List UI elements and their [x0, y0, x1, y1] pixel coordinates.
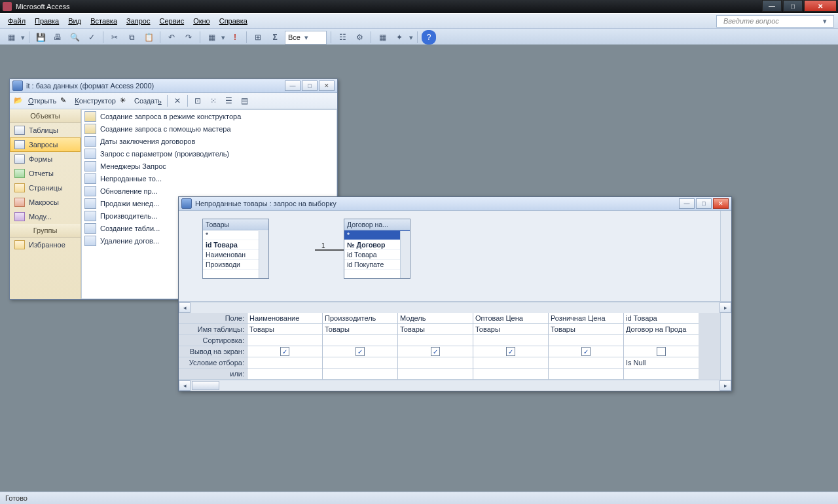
- querytype-button[interactable]: ▦: [204, 30, 219, 45]
- query-diagram-pane[interactable]: Товары * id Товара Наименован Производи …: [179, 211, 731, 302]
- scroll-right-icon[interactable]: ▸: [720, 302, 731, 313]
- showtable-button[interactable]: ⊞: [251, 30, 265, 45]
- grid-column[interactable]: ПроизводительТовары✓: [322, 313, 397, 380]
- delete-button[interactable]: ✕: [170, 94, 185, 108]
- grid-column[interactable]: НаименованиеТовары✓: [247, 313, 322, 380]
- redo-button[interactable]: ↷: [181, 30, 196, 45]
- grid-cell[interactable]: Товары: [398, 324, 473, 335]
- grid-cell[interactable]: Is Null: [624, 357, 699, 369]
- scrollbar-vertical[interactable]: [720, 313, 731, 380]
- grid-cell[interactable]: id Товара: [624, 313, 699, 324]
- grid-column[interactable]: Розничная ЦенаТовары✓: [548, 313, 623, 380]
- grid-cell[interactable]: [323, 357, 397, 369]
- maximize-button[interactable]: □: [783, 0, 803, 12]
- undo-button[interactable]: ↶: [164, 30, 179, 45]
- query-design-window[interactable]: Непроданные товары : запрос на выборку —…: [178, 196, 732, 391]
- grid-cell[interactable]: [549, 369, 623, 380]
- show-checkbox[interactable]: ✓: [398, 346, 473, 357]
- grid-column[interactable]: id ТовараДоговор на ПродаIs Null: [623, 313, 699, 380]
- show-checkbox[interactable]: ✓: [247, 346, 322, 357]
- table-dogovor[interactable]: Договор на... * № Договор id Товара id П…: [344, 219, 410, 279]
- show-checkbox[interactable]: ✓: [473, 346, 548, 357]
- list-item[interactable]: Даты заключения договоров: [82, 135, 337, 147]
- help-button[interactable]: ?: [422, 30, 436, 45]
- grid-scrollbar-h[interactable]: ◂ ▸: [179, 380, 731, 391]
- nav-tables[interactable]: Таблицы: [10, 123, 81, 137]
- menu-help[interactable]: Справка: [215, 16, 251, 26]
- table-header[interactable]: Договор на...: [344, 219, 410, 230]
- design-button[interactable]: Конструктор: [72, 96, 118, 106]
- ask-a-question-input[interactable]: Введите вопрос ▾: [716, 15, 834, 27]
- dbwin-minimize[interactable]: —: [285, 81, 301, 91]
- show-checkbox[interactable]: ✓: [323, 346, 397, 357]
- list-item[interactable]: Менеджеры Запрос: [82, 160, 337, 172]
- list-button[interactable]: ☰: [222, 94, 236, 108]
- cut-button[interactable]: ✂: [107, 30, 122, 45]
- grid-cell[interactable]: Розничная Цена: [549, 313, 623, 324]
- table-tovary[interactable]: Товары * id Товара Наименован Производи: [202, 219, 269, 279]
- build-button[interactable]: ⚙: [352, 30, 367, 45]
- nav-pages[interactable]: Страницы: [10, 181, 81, 195]
- copy-button[interactable]: ⧉: [124, 30, 139, 45]
- list-item[interactable]: Создание запроса в режиме конструктора: [82, 110, 337, 122]
- grid-column[interactable]: Оптовая ЦенаТовары✓: [473, 313, 548, 380]
- menu-file[interactable]: Файл: [4, 16, 29, 26]
- scroll-left-icon[interactable]: ◂: [179, 302, 191, 313]
- grid-cell[interactable]: [473, 335, 548, 346]
- show-checkbox[interactable]: [624, 346, 699, 357]
- smallicons-button[interactable]: ⁙: [206, 94, 221, 108]
- grid-cell[interactable]: Товары: [247, 324, 322, 335]
- preview-button[interactable]: 🔍: [67, 30, 82, 45]
- diagram-scrollbar-h[interactable]: ◂ ▸: [179, 302, 731, 313]
- grid-cell[interactable]: [247, 369, 322, 380]
- totals-button[interactable]: Σ: [268, 30, 282, 45]
- newobj-button[interactable]: ✦: [392, 30, 407, 45]
- list-item[interactable]: Запрос с параметром (производитель): [82, 147, 337, 160]
- qbe-grid[interactable]: Поле:Имя таблицы:Сортировка:Вывод на экр…: [179, 313, 731, 380]
- grid-cell[interactable]: [323, 335, 397, 346]
- nav-favorites[interactable]: Избранное: [10, 238, 81, 252]
- menu-view[interactable]: Вид: [64, 16, 85, 26]
- grid-cell[interactable]: [398, 369, 473, 380]
- list-item[interactable]: Создание запроса с помощью мастера: [82, 122, 337, 135]
- qwin-maximize[interactable]: □: [696, 198, 712, 209]
- dbwindow-button[interactable]: ▦: [375, 30, 390, 45]
- show-checkbox[interactable]: ✓: [549, 346, 623, 357]
- menu-window[interactable]: Окно: [189, 16, 214, 26]
- scroll-right-icon[interactable]: ▸: [720, 380, 731, 391]
- run-button[interactable]: !: [228, 30, 242, 45]
- close-button[interactable]: ✕: [804, 0, 837, 12]
- dbwin-maximize[interactable]: □: [302, 81, 318, 91]
- qwin-close[interactable]: ✕: [713, 198, 729, 209]
- grid-cell[interactable]: Товары: [549, 324, 623, 335]
- grid-cell[interactable]: [549, 357, 623, 369]
- grid-cell[interactable]: [247, 357, 322, 369]
- grid-cell[interactable]: Договор на Прода: [624, 324, 699, 335]
- new-button[interactable]: Создать: [132, 96, 164, 106]
- dbwin-titlebar[interactable]: it : база данных (формат Access 2000) — …: [10, 79, 337, 93]
- nav-queries[interactable]: Запросы: [10, 137, 81, 152]
- paste-button[interactable]: 📋: [141, 30, 156, 45]
- scrollbar-vertical[interactable]: [720, 211, 731, 301]
- nav-reports[interactable]: Отчеты: [10, 166, 81, 181]
- grid-cell[interactable]: [398, 335, 473, 346]
- grid-cell[interactable]: [473, 357, 548, 369]
- grid-cell[interactable]: [549, 335, 623, 346]
- topvalues-select[interactable]: Все▾: [285, 31, 327, 45]
- menu-query[interactable]: Запрос: [122, 16, 154, 26]
- grid-cell[interactable]: Наименование: [247, 313, 322, 324]
- scrollbar-thumb[interactable]: [192, 381, 219, 390]
- scrollbar-vertical[interactable]: [400, 231, 410, 278]
- scroll-left-icon[interactable]: ◂: [179, 380, 191, 391]
- grid-column[interactable]: МодельТовары✓: [397, 313, 473, 380]
- grid-cell[interactable]: [624, 369, 699, 380]
- largeicons-button[interactable]: ⊡: [191, 94, 205, 108]
- grid-cell[interactable]: [473, 369, 548, 380]
- grid-cell[interactable]: Оптовая Цена: [473, 313, 548, 324]
- open-button[interactable]: Открыть: [26, 96, 59, 106]
- table-header[interactable]: Товары: [203, 219, 268, 230]
- view-button[interactable]: ▦: [4, 30, 18, 45]
- details-button[interactable]: ▤: [238, 94, 252, 108]
- scrollbar-vertical[interactable]: [259, 231, 268, 278]
- print-button[interactable]: 🖶: [50, 30, 65, 45]
